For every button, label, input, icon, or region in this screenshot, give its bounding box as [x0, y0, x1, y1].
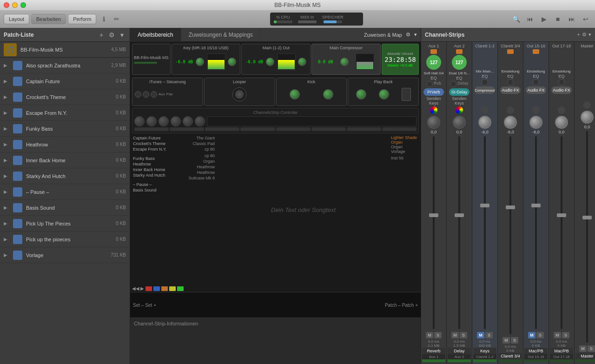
csc-slider-bar[interactable]: [170, 127, 204, 131]
cs-aux2-solo[interactable]: S: [460, 332, 467, 338]
list-item[interactable]: ▶ Inner Back Home 0 KB: [0, 152, 130, 168]
cs-cl12-vol-knob[interactable]: [478, 116, 491, 129]
knob[interactable]: [340, 58, 349, 66]
search-icon[interactable]: 🔍: [510, 13, 522, 25]
patch-top-item[interactable]: 🎵 BB-Film-Musik MS 4,5 MB: [0, 42, 130, 58]
cs-cl34-vol-knob[interactable]: [504, 116, 517, 129]
add-patch-button[interactable]: +: [97, 31, 106, 39]
set-plus-btn[interactable]: Set +: [145, 303, 156, 308]
strip-chevron-button[interactable]: ▾: [588, 32, 591, 38]
strip-btn-yellow[interactable]: [169, 286, 176, 291]
small-knob[interactable]: [143, 91, 149, 98]
csc-slider-bar[interactable]: [276, 127, 311, 131]
csc-slider-bar[interactable]: [134, 127, 169, 131]
cs-out1718-fader-handle[interactable]: [557, 213, 566, 217]
cs-out1516-vol-knob[interactable]: [529, 116, 542, 129]
knob[interactable]: [298, 58, 306, 66]
lighter-shade-organ[interactable]: Lighter Shade Organ: [391, 135, 419, 145]
cs-aux2-vol-knob[interactable]: [453, 116, 466, 129]
small-knob[interactable]: [135, 91, 141, 98]
cs-cl34-effect1[interactable]: Audio FX: [500, 86, 521, 94]
pb-knob2[interactable]: [379, 89, 389, 99]
cs-out1516-fader-handle[interactable]: [531, 204, 541, 207]
csc-slider-bar[interactable]: [347, 127, 381, 131]
list-item[interactable]: ▶ Crockett's Theme 0 KB: [0, 89, 130, 105]
center-chevron-icon[interactable]: ▾: [414, 32, 417, 38]
loop-btn6[interactable]: [558, 79, 565, 86]
csc-knob[interactable]: [183, 116, 193, 126]
cs-aux1-solo[interactable]: S: [434, 332, 442, 338]
strip-btn-orange[interactable]: [161, 286, 168, 291]
cs-cl34-fader-handle[interactable]: [506, 205, 515, 209]
loop-btn[interactable]: [426, 81, 433, 87]
list-item[interactable]: ▶ Captain Future 0 KB: [0, 73, 130, 89]
layout-button[interactable]: Layout: [4, 14, 29, 24]
patch-chevron-button[interactable]: ▾: [118, 31, 126, 39]
patch-plus-btn[interactable]: Patch +: [402, 303, 418, 308]
cs-out1718-solo[interactable]: S: [562, 332, 569, 338]
cs-master-fader-handle[interactable]: [582, 216, 592, 219]
cs-aux2-effect1[interactable]: St-Delay: [449, 88, 469, 96]
set-minus-btn[interactable]: Set –: [133, 303, 144, 308]
csc-slider-bar[interactable]: [240, 127, 275, 131]
csc-slider-bar[interactable]: [311, 127, 346, 131]
mini-rewind[interactable]: ◀◀: [132, 286, 139, 291]
list-item[interactable]: ▶ Pick up the pioeces 0 KB: [0, 232, 130, 247]
kick-knob2[interactable]: [323, 89, 333, 99]
cs-out1718-eq[interactable]: EQ: [558, 74, 564, 79]
tab-arbeitsbereich[interactable]: Arbeitsbereich: [130, 28, 181, 42]
mini-play[interactable]: ▶: [140, 286, 144, 291]
small-knob[interactable]: [151, 91, 157, 98]
list-item[interactable]: ▶ Starky And Hutch 0 KB: [0, 168, 130, 184]
pencil-icon[interactable]: ✏: [111, 13, 122, 25]
fast-forward-icon[interactable]: ⏭: [566, 13, 577, 25]
cs-out1718-effect1[interactable]: Audio FX: [551, 86, 572, 94]
play-icon[interactable]: ▶: [538, 13, 549, 25]
list-item[interactable]: ▶ Vorlage 731 KB: [0, 247, 130, 263]
close-button[interactable]: [4, 2, 9, 8]
knob[interactable]: [228, 58, 236, 66]
cs-cl34-mute[interactable]: M: [502, 337, 510, 344]
cs-out1516-mute[interactable]: M: [528, 332, 536, 338]
csc-knob[interactable]: [146, 116, 157, 126]
loop-btn5[interactable]: [533, 79, 539, 86]
loop-btn3[interactable]: [482, 79, 488, 86]
csc-slider-bar[interactable]: [205, 127, 239, 131]
center-settings-icon[interactable]: ⚙: [406, 32, 410, 38]
patch-minus-btn[interactable]: Patch –: [385, 303, 401, 308]
cs-master-mute[interactable]: M: [579, 345, 587, 352]
list-item[interactable]: ▶ Pick Up The Pieces 0 KB: [0, 216, 130, 232]
cs-aux1-effect1[interactable]: PrVerb: [423, 88, 444, 96]
cs-master-solo[interactable]: S: [588, 345, 595, 352]
cs-out1516-effect1[interactable]: Audio FX: [526, 86, 546, 94]
strip-btn-green[interactable]: [177, 286, 184, 291]
cs-cl12-mute[interactable]: M: [477, 332, 484, 338]
kick-knob[interactable]: [290, 89, 300, 99]
list-item[interactable]: ▶ Also sprach Zarathustra 2,9 MB: [0, 58, 130, 73]
tab-zuweisungen[interactable]: Zuweisungen & Mappings: [181, 28, 261, 42]
cs-aux1-vol-knob[interactable]: [427, 116, 440, 129]
pb-knob[interactable]: [356, 89, 366, 99]
cs-aux1-mute[interactable]: M: [426, 332, 433, 338]
cycle-icon[interactable]: ↩: [580, 13, 591, 25]
info-icon[interactable]: ℹ: [98, 13, 109, 25]
cs-aux2-fader-handle[interactable]: [455, 213, 464, 217]
cs-aux2-circle[interactable]: 127: [452, 55, 467, 70]
bearbeiten-button[interactable]: Bearbeiten: [31, 14, 66, 24]
cs-aux2-eq[interactable]: EQ: [456, 76, 462, 80]
strip-settings-button[interactable]: ⚙: [582, 32, 587, 38]
list-item[interactable]: ▶ – Pause – 0 KB: [0, 184, 130, 200]
csc-knob[interactable]: [134, 116, 145, 126]
loop-btn4[interactable]: [507, 79, 514, 86]
csc-knob[interactable]: [195, 116, 205, 126]
csc-slider[interactable]: [207, 116, 416, 126]
cs-aux1-fader-handle[interactable]: [429, 213, 438, 217]
list-item[interactable]: ▶ Funky Bass 0 KB: [0, 121, 130, 137]
perform-button[interactable]: Perform: [68, 14, 96, 24]
list-item[interactable]: ▶ Basis Sound 0 KB: [0, 200, 130, 216]
cs-cl34-eq[interactable]: EQ: [507, 74, 513, 79]
cs-cl12-eq[interactable]: EQ: [482, 74, 488, 79]
cs-out1516-eq[interactable]: EQ: [533, 74, 539, 79]
csc-slider-bar[interactable]: [382, 127, 416, 131]
looper-knob[interactable]: [232, 87, 246, 101]
